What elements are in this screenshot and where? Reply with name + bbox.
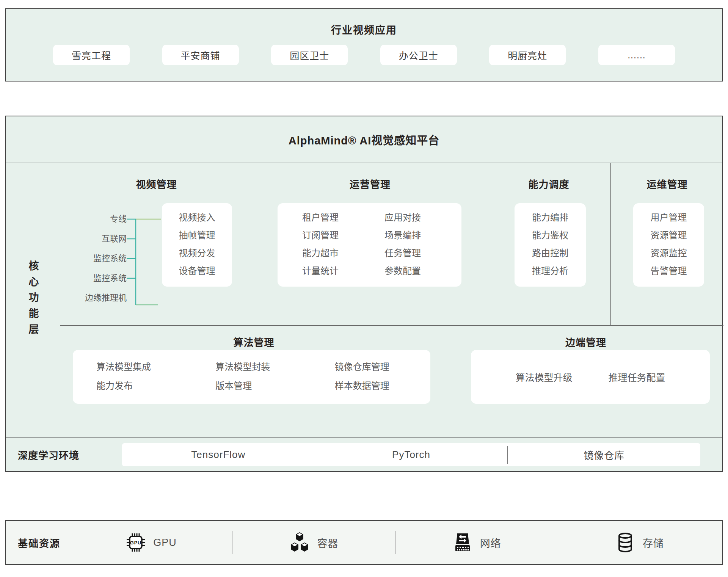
deep-learning-env-label: 深度学习环境 — [18, 438, 79, 471]
dl-env-pytorch: PyTorch — [315, 449, 508, 461]
industry-apps-title: 行业视频应用 — [6, 9, 722, 37]
industry-apps-row: 雪亮工程 平安商铺 园区卫士 办公卫士 明厨亮灶 ...... — [6, 45, 722, 65]
algorithm-item: 版本管理 — [215, 376, 311, 395]
algorithm-item: 能力发布 — [96, 376, 192, 395]
base-resources-items: GPU GPU 容器 — [70, 521, 720, 564]
algorithm-column-1: 算法模型集成 能力发布 — [73, 357, 192, 404]
algorithm-edge-row: 算法管理 算法模型集成 能力发布 算法模型封装 版本管理 镜像仓库管理 样本数据… — [60, 325, 723, 437]
algorithm-column-3: 镜像仓库管理 样本数据管理 — [311, 357, 430, 404]
operations-item: 任务管理 — [384, 244, 461, 262]
operations-management-title: 运营管理 — [253, 177, 487, 191]
algorithm-item: 镜像仓库管理 — [335, 357, 430, 376]
ops-maintenance-column: 运维管理 用户管理 资源管理 资源监控 告警管理 — [611, 163, 723, 325]
edge-functions-box: 算法模型升级 推理任务配置 — [471, 350, 710, 404]
capability-scheduling-title: 能力调度 — [487, 177, 610, 191]
algorithm-item: 样本数据管理 — [335, 376, 430, 395]
container-boxes-icon — [289, 532, 310, 553]
gpu-chip-icon: GPU — [125, 532, 146, 553]
resource-gpu: GPU GPU — [70, 532, 232, 553]
capability-scheduling-column: 能力调度 能力编排 能力鉴权 路由控制 推理分析 — [487, 163, 611, 325]
operations-functions-box: 租户管理 订阅管理 能力超市 计量统计 应用对接 场景编排 任务管理 参数配置 — [278, 203, 461, 287]
deep-learning-env-bar: TensorFlow PyTorch 镜像仓库 — [122, 443, 700, 466]
operations-item: 场景编排 — [384, 226, 461, 244]
ops-maintenance-box: 用户管理 资源管理 资源监控 告警管理 — [633, 203, 704, 287]
resource-label: 网络 — [480, 535, 501, 550]
platform-title: AlphaMind® AI视觉感知平台 — [6, 116, 722, 163]
video-function-item: 抽帧管理 — [162, 226, 232, 244]
app-chip-yuanqu: 园区卫士 — [271, 45, 348, 65]
app-chip-bangong: 办公卫士 — [380, 45, 457, 65]
maintenance-item: 告警管理 — [633, 262, 704, 280]
video-management-column: 视频管理 专线 互联网 监控系统 监控系统 边缘推理机 视频接入 抽帧管理 — [60, 163, 253, 325]
resource-label: 存储 — [643, 535, 664, 550]
operations-item: 能力超市 — [302, 244, 384, 262]
dl-env-tensorflow: TensorFlow — [122, 449, 315, 461]
resource-storage: 存储 — [558, 532, 720, 553]
maintenance-item: 资源管理 — [633, 226, 704, 244]
operations-item: 计量统计 — [302, 262, 384, 280]
video-function-item: 视频接入 — [162, 209, 232, 226]
edge-item: 算法模型升级 — [515, 370, 572, 384]
base-resources-section: 基础资源 GPU GPU — [5, 520, 723, 565]
resource-label: GPU — [153, 537, 177, 549]
algorithm-functions-box: 算法模型集成 能力发布 算法模型封装 版本管理 镜像仓库管理 样本数据管理 — [73, 350, 430, 404]
svg-text:GPU: GPU — [130, 540, 141, 546]
algorithm-item: 算法模型封装 — [215, 357, 311, 376]
edge-management-title: 边端管理 — [448, 335, 723, 349]
resource-network: 网络 — [395, 532, 558, 553]
ops-maintenance-title: 运维管理 — [611, 177, 723, 191]
operations-item: 订阅管理 — [302, 226, 384, 244]
algorithm-item: 算法模型集成 — [96, 357, 192, 376]
operations-management-column: 运营管理 租户管理 订阅管理 能力超市 计量统计 应用对接 场景编排 任务管理 … — [253, 163, 487, 325]
algorithm-management-title: 算法管理 — [60, 335, 448, 349]
network-switch-icon — [452, 532, 473, 553]
base-resources-label: 基础资源 — [18, 521, 60, 564]
operations-item: 租户管理 — [302, 209, 384, 226]
industry-apps-section: 行业视频应用 雪亮工程 平安商铺 园区卫士 办公卫士 明厨亮灶 ...... — [5, 8, 723, 82]
scheduling-item: 能力鉴权 — [515, 226, 586, 244]
platform-section: AlphaMind® AI视觉感知平台 核心功能层 视频管理 专线 互联网 监控… — [5, 116, 723, 472]
operations-left-column: 租户管理 订阅管理 能力超市 计量统计 — [302, 209, 384, 287]
app-chip-mingchu: 明厨亮灶 — [489, 45, 566, 65]
scheduling-item: 推理分析 — [515, 262, 586, 280]
core-layer-label: 核心功能层 — [26, 260, 41, 340]
video-functions-box: 视频接入 抽帧管理 视频分发 设备管理 — [162, 203, 232, 287]
dl-env-image-repo: 镜像仓库 — [508, 448, 700, 462]
maintenance-item: 资源监控 — [633, 244, 704, 262]
app-chip-xueliang: 雪亮工程 — [53, 45, 130, 65]
app-chip-more: ...... — [598, 45, 675, 65]
app-chip-pingan: 平安商铺 — [162, 45, 239, 65]
storage-database-icon — [615, 532, 636, 553]
algorithm-management-section: 算法管理 算法模型集成 能力发布 算法模型封装 版本管理 镜像仓库管理 样本数据… — [60, 326, 448, 437]
core-layer-sidebar: 核心功能层 — [6, 163, 60, 437]
video-function-item: 视频分发 — [162, 244, 232, 262]
deep-learning-env-row: 深度学习环境 TensorFlow PyTorch 镜像仓库 — [6, 437, 722, 471]
scheduling-item: 路由控制 — [515, 244, 586, 262]
edge-management-section: 边端管理 算法模型升级 推理任务配置 — [448, 326, 723, 437]
core-columns: 视频管理 专线 互联网 监控系统 监控系统 边缘推理机 视频接入 抽帧管理 — [60, 163, 723, 325]
resource-label: 容器 — [317, 535, 338, 550]
maintenance-item: 用户管理 — [633, 209, 704, 226]
operations-item: 应用对接 — [384, 209, 461, 226]
scheduling-item: 能力编排 — [515, 209, 586, 226]
operations-right-column: 应用对接 场景编排 任务管理 参数配置 — [384, 209, 461, 287]
resource-container: 容器 — [232, 532, 395, 553]
operations-item: 参数配置 — [384, 262, 461, 280]
video-function-item: 设备管理 — [162, 262, 232, 280]
capability-scheduling-box: 能力编排 能力鉴权 路由控制 推理分析 — [515, 203, 586, 287]
algorithm-column-2: 算法模型封装 版本管理 — [192, 357, 311, 404]
edge-item: 推理任务配置 — [609, 370, 665, 384]
